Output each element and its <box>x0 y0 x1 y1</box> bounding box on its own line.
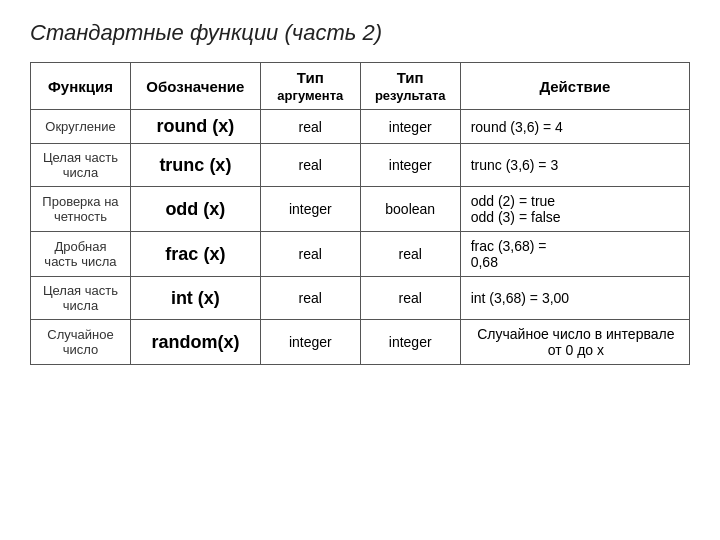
cell-notation: random(x) <box>130 320 260 365</box>
header-action: Действие <box>460 63 689 110</box>
table-row: Целая часть числаint (x)realrealint (3,6… <box>31 277 690 320</box>
header-type-res: Тип результата <box>360 63 460 110</box>
page-title: Стандартные функции (часть 2) <box>30 20 382 46</box>
cell-notation: odd (x) <box>130 187 260 232</box>
cell-type-res: boolean <box>360 187 460 232</box>
cell-type-arg: real <box>260 144 360 187</box>
cell-function: Целая часть числа <box>31 144 131 187</box>
cell-notation: trunc (x) <box>130 144 260 187</box>
cell-type-res: integer <box>360 320 460 365</box>
table-row: Округлениеround (x)realintegerround (3,6… <box>31 110 690 144</box>
cell-function: Целая часть числа <box>31 277 131 320</box>
header-notation: Обозначение <box>130 63 260 110</box>
table-row: Целая часть числаtrunc (x)realintegertru… <box>31 144 690 187</box>
cell-notation: int (x) <box>130 277 260 320</box>
table-row: Дробная часть числаfrac (x)realrealfrac … <box>31 232 690 277</box>
cell-action: round (3,6) = 4 <box>460 110 689 144</box>
cell-action: Случайное число в интервале от 0 до x <box>460 320 689 365</box>
cell-action: odd (2) = trueodd (3) = false <box>460 187 689 232</box>
header-type-arg: Тип аргумента <box>260 63 360 110</box>
cell-notation: round (x) <box>130 110 260 144</box>
cell-action: trunc (3,6) = 3 <box>460 144 689 187</box>
cell-action: int (3,68) = 3,00 <box>460 277 689 320</box>
table-row: Проверка на четностьodd (x)integerboolea… <box>31 187 690 232</box>
cell-type-arg: real <box>260 110 360 144</box>
cell-type-res: integer <box>360 110 460 144</box>
cell-type-arg: integer <box>260 320 360 365</box>
cell-type-arg: integer <box>260 187 360 232</box>
cell-function: Случайное число <box>31 320 131 365</box>
cell-function: Округление <box>31 110 131 144</box>
cell-type-arg: real <box>260 277 360 320</box>
cell-type-arg: real <box>260 232 360 277</box>
cell-type-res: real <box>360 277 460 320</box>
cell-type-res: integer <box>360 144 460 187</box>
cell-function: Дробная часть числа <box>31 232 131 277</box>
cell-notation: frac (x) <box>130 232 260 277</box>
cell-action: frac (3,68) =0,68 <box>460 232 689 277</box>
header-function: Функция <box>31 63 131 110</box>
cell-type-res: real <box>360 232 460 277</box>
table-row: Случайное числоrandom(x)integerintegerСл… <box>31 320 690 365</box>
cell-function: Проверка на четность <box>31 187 131 232</box>
functions-table: Функция Обозначение Тип аргумента Тип ре… <box>30 62 690 365</box>
